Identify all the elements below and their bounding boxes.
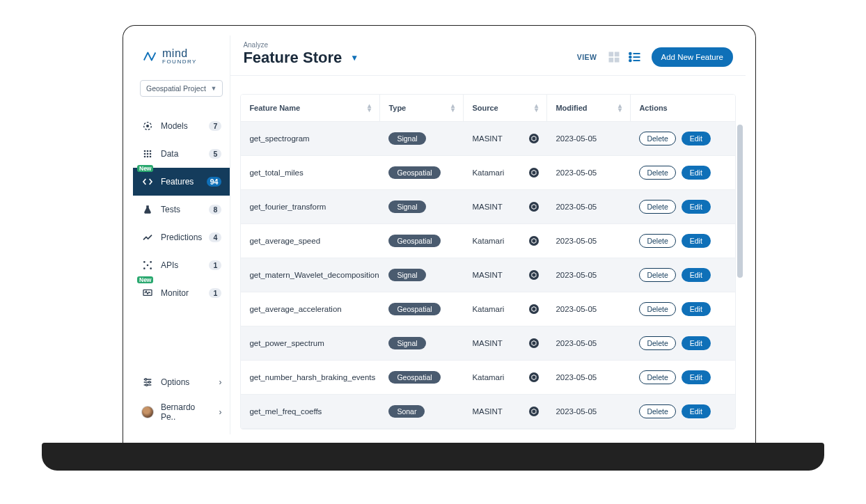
svg-point-15	[150, 267, 152, 269]
svg-point-28	[629, 60, 631, 62]
title-caret-icon[interactable]: ▼	[350, 53, 359, 63]
cell-source: MASINT⬡	[464, 329, 547, 358]
type-pill: Signal	[388, 132, 425, 145]
cell-type: Signal	[380, 327, 464, 359]
table-header: Feature Name▴▾ Type▴▾ Source▴▾ Modified▴…	[241, 95, 735, 122]
brand-subname: FOUNDRY	[162, 59, 197, 65]
delete-button[interactable]: Delete	[639, 404, 675, 418]
table-row: get_average_accelerationGeospatialKatama…	[241, 292, 735, 326]
sort-icon: ▴▾	[451, 104, 455, 112]
cell-type: Sonar	[380, 395, 464, 427]
delete-button[interactable]: Delete	[639, 370, 675, 384]
user-name: Bernardo Pe..	[161, 402, 212, 422]
cell-modified: 2023-05-05	[547, 261, 631, 289]
topbar: Analyze Feature Store ▼ VIEW	[230, 36, 746, 76]
delete-button[interactable]: Delete	[639, 302, 675, 316]
delete-button[interactable]: Delete	[639, 234, 675, 248]
edit-button[interactable]: Edit	[682, 234, 711, 248]
cell-actions: DeleteEdit	[631, 190, 735, 223]
cell-actions: DeleteEdit	[631, 361, 735, 394]
data-icon	[141, 148, 154, 160]
nav-item-monitor[interactable]: NewMonitor1	[133, 279, 230, 307]
cell-type: Signal	[380, 123, 464, 155]
cell-type: Geospatial	[380, 157, 464, 189]
svg-rect-22	[608, 58, 613, 63]
delete-button[interactable]: Delete	[639, 268, 675, 282]
nav: Models7Data5NewFeatures94Tests8Predictio…	[133, 112, 230, 307]
cell-source: MASINT⬡	[464, 397, 547, 426]
cell-modified: 2023-05-05	[547, 159, 631, 187]
col-source[interactable]: Source▴▾	[464, 95, 547, 121]
view-label[interactable]: VIEW	[577, 53, 597, 61]
edit-button[interactable]: Edit	[682, 404, 711, 418]
user-item[interactable]: Bernardo Pe.. ›	[133, 395, 230, 429]
avatar	[141, 406, 154, 418]
nav-count: 1	[209, 288, 221, 298]
scrollbar[interactable]	[737, 125, 743, 278]
svg-point-6	[147, 153, 149, 155]
new-badge: New	[137, 165, 153, 172]
delete-button[interactable]: Delete	[639, 166, 675, 180]
edit-button[interactable]: Edit	[682, 132, 711, 145]
edit-button[interactable]: Edit	[682, 200, 711, 214]
delete-button[interactable]: Delete	[639, 200, 675, 214]
edit-button[interactable]: Edit	[682, 302, 711, 316]
svg-point-19	[145, 384, 148, 386]
sort-icon: ▴▾	[368, 104, 371, 112]
cell-name: get_fourier_transform	[241, 193, 380, 221]
features-icon	[141, 175, 154, 188]
svg-point-1	[147, 125, 149, 127]
logo-icon	[143, 49, 158, 64]
content: Feature Name▴▾ Type▴▾ Source▴▾ Modified▴…	[230, 76, 746, 434]
svg-point-5	[144, 153, 146, 155]
table-row: get_mel_freq_coeffsSonarMASINT⬡2023-05-0…	[241, 395, 735, 429]
nav-label: APIs	[161, 260, 202, 270]
cell-source: Katamari⬡	[464, 226, 547, 255]
type-pill: Signal	[388, 337, 425, 349]
delete-button[interactable]: Delete	[639, 132, 675, 145]
monitor-icon	[141, 287, 154, 299]
cell-name: get_mel_freq_coeffs	[241, 397, 380, 425]
svg-point-13	[150, 261, 152, 263]
svg-point-7	[150, 153, 152, 155]
delete-button[interactable]: Delete	[639, 336, 675, 350]
grid-view-icon[interactable]	[607, 50, 621, 64]
source-icon: ⬡	[529, 372, 539, 382]
apis-icon	[141, 259, 154, 271]
edit-button[interactable]: Edit	[682, 268, 711, 282]
cell-modified: 2023-05-05	[547, 295, 631, 323]
col-type[interactable]: Type▴▾	[380, 95, 464, 121]
cell-modified: 2023-05-05	[547, 363, 631, 391]
list-view-icon[interactable]	[628, 50, 642, 64]
nav-item-models[interactable]: Models7	[133, 112, 230, 140]
edit-button[interactable]: Edit	[682, 336, 711, 350]
project-selector-label: Geospatial Project	[146, 84, 206, 93]
table-row: get_average_speedGeospatialKatamari⬡2023…	[241, 224, 735, 258]
edit-button[interactable]: Edit	[682, 166, 711, 180]
project-selector[interactable]: Geospatial Project ▼	[140, 80, 223, 97]
nav-item-tests[interactable]: Tests8	[133, 196, 230, 223]
nav-item-data[interactable]: Data5	[133, 140, 230, 168]
col-feature-name[interactable]: Feature Name▴▾	[241, 95, 380, 121]
svg-point-24	[629, 53, 631, 55]
cell-modified: 2023-05-05	[547, 227, 631, 255]
col-modified[interactable]: Modified▴▾	[547, 95, 631, 121]
nav-item-predictions[interactable]: Predictions4	[133, 223, 230, 251]
add-new-feature-button[interactable]: Add New Feature	[652, 47, 734, 67]
feature-table: Feature Name▴▾ Type▴▾ Source▴▾ Modified▴…	[240, 94, 736, 430]
cell-actions: DeleteEdit	[631, 326, 735, 360]
table-row: get_total_milesGeospatialKatamari⬡2023-0…	[241, 156, 735, 190]
svg-rect-23	[614, 58, 619, 63]
type-pill: Signal	[388, 200, 425, 213]
nav-item-features[interactable]: NewFeatures94	[133, 168, 230, 196]
svg-point-18	[148, 381, 150, 384]
table-row: get_power_spectrumSignalMASINT⬡2023-05-0…	[241, 326, 735, 361]
nav-item-apis[interactable]: APIs1	[133, 251, 230, 279]
svg-point-9	[147, 156, 149, 158]
edit-button[interactable]: Edit	[682, 370, 711, 384]
nav-count: 4	[209, 233, 221, 242]
table-row: get_spectrogramSignalMASINT⬡2023-05-05De…	[241, 122, 735, 156]
options-item[interactable]: Options ›	[133, 369, 230, 395]
type-pill: Geospatial	[388, 235, 440, 247]
cell-modified: 2023-05-05	[547, 193, 631, 221]
